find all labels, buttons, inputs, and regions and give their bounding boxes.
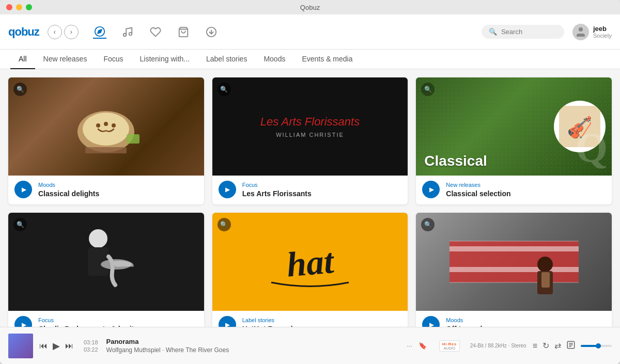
volume-control[interactable]: [581, 345, 612, 347]
card-grid: 🔍 ▶: [8, 77, 612, 327]
repeat-button[interactable]: ↻: [542, 341, 549, 351]
zoom-icon: 🔍: [218, 83, 231, 96]
tab-focus[interactable]: Focus: [95, 50, 131, 69]
svg-point-26: [537, 257, 553, 272]
svg-marker-1: [98, 29, 102, 34]
minimize-button[interactable]: [16, 4, 22, 10]
tab-new-releases[interactable]: New releases: [35, 50, 96, 69]
tab-moods[interactable]: Moods: [255, 50, 293, 69]
quality-detail: 24-Bit / 88.2kHz · Stereo: [470, 343, 526, 349]
card-info: ▶ Moods Classical delights: [8, 176, 204, 204]
shuffle-button[interactable]: ⇄: [554, 341, 561, 351]
card-category: Label stories: [242, 317, 402, 323]
svg-point-11: [104, 122, 108, 126]
user-name: jeeb: [593, 25, 612, 33]
zoom-icon: 🔍: [218, 218, 231, 231]
play-button-off-to-work[interactable]: ▶: [422, 316, 440, 327]
card-category: Focus: [242, 182, 402, 188]
card-image-jazz: 🔍: [8, 213, 204, 311]
volume-track: [581, 345, 612, 347]
card-info: ▶ Label stories HatHut Records: [212, 311, 408, 327]
svg-rect-13: [127, 134, 140, 144]
play-button-charlie-parker[interactable]: ▶: [14, 316, 32, 327]
avatar: [572, 24, 589, 40]
card-image-hathut: 🔍 hat: [212, 213, 408, 311]
zoom-icon: 🔍: [13, 218, 27, 231]
nav-explore[interactable]: [93, 25, 106, 39]
card-off-to-work: 🔍: [416, 213, 612, 327]
title-bar: Qobuz: [0, 0, 620, 14]
nav-downloads[interactable]: [205, 25, 218, 39]
add-to-collection-button[interactable]: 🔖: [416, 340, 429, 352]
play-button-classical-delights[interactable]: ▶: [14, 181, 32, 198]
svg-point-3: [129, 32, 132, 35]
player-times: 03:18 03:22: [84, 339, 98, 353]
svg-rect-14: [85, 147, 127, 153]
svg-point-2: [123, 33, 127, 36]
tab-events-media[interactable]: Events & media: [293, 50, 361, 69]
queue-button[interactable]: ≡: [533, 341, 537, 351]
card-charlie-parker: 🔍 ▶ Focus: [8, 213, 204, 327]
search-icon: 🔍: [489, 28, 497, 36]
nav-favorites[interactable]: [149, 25, 162, 39]
card-image-coffee: 🔍: [8, 77, 204, 176]
svg-rect-23: [450, 267, 579, 272]
tab-listening-with[interactable]: Listening with...: [132, 50, 198, 69]
main-nav: [93, 25, 218, 39]
card-image-metro: 🔍: [416, 213, 612, 311]
close-button[interactable]: [6, 4, 12, 10]
player-right-controls: ≡ ↻ ⇄: [533, 340, 612, 352]
play-button-les-arts[interactable]: ▶: [219, 181, 236, 198]
card-image-classical: 🔍 🎻 Q Classical: [416, 77, 612, 176]
card-info: ▶ Moods Off to work: [416, 311, 612, 327]
tab-all[interactable]: All: [10, 50, 35, 69]
player-track-info: Panorama Wolfgang Muthspiel · Where The …: [106, 338, 394, 354]
play-button-classical-selection[interactable]: ▶: [422, 181, 440, 198]
window-controls: [6, 4, 32, 10]
card-title: Les Arts Florissants: [242, 189, 402, 198]
nav-music[interactable]: [121, 25, 134, 39]
card-category: Focus: [38, 317, 198, 323]
app-logo: qobuz: [8, 25, 39, 39]
nav-arrows: ‹ ›: [48, 25, 79, 39]
svg-text:hat: hat: [285, 241, 336, 284]
back-button[interactable]: ‹: [48, 25, 62, 39]
user-menu[interactable]: jeeb Society: [572, 24, 612, 40]
card-image-arts: 🔍 Les Arts Florissants WILLIAM CHRISTIE: [212, 77, 408, 176]
card-info: ▶ Focus Charlie Parker, roots & heritage: [8, 311, 204, 327]
tab-label-stories[interactable]: Label stories: [198, 50, 255, 69]
search-box[interactable]: 🔍: [482, 25, 564, 39]
lyrics-button[interactable]: [566, 340, 576, 352]
user-subscription: Society: [593, 33, 612, 39]
window-title: Qobuz: [300, 4, 320, 11]
svg-point-9: [83, 113, 129, 146]
fast-forward-button[interactable]: ⏭: [65, 341, 73, 351]
play-pause-button[interactable]: ▶: [53, 340, 60, 352]
card-category: New releases: [446, 182, 606, 188]
tab-bar: All New releases Focus Listening with...…: [0, 50, 620, 69]
artist-album: Wolfgang Muthspiel · Where The River Goe…: [106, 346, 394, 354]
maximize-button[interactable]: [26, 4, 32, 10]
zoom-icon: 🔍: [13, 83, 27, 96]
search-input[interactable]: [501, 28, 553, 36]
card-info: ▶ Focus Les Arts Florissants: [212, 176, 408, 204]
rewind-button[interactable]: ⏮: [39, 341, 48, 351]
card-classical-delights: 🔍 ▶: [8, 77, 204, 204]
card-title: Classical delights: [38, 189, 198, 198]
track-name: Panorama: [106, 338, 394, 345]
nav-store[interactable]: [177, 25, 190, 39]
svg-point-17: [89, 229, 107, 248]
svg-rect-22: [450, 246, 579, 251]
top-bar: qobuz ‹ ›: [0, 14, 620, 50]
time-total: 03:22: [84, 346, 98, 353]
play-button-hathut[interactable]: ▶: [219, 316, 236, 327]
forward-button[interactable]: ›: [64, 25, 79, 39]
svg-rect-28: [541, 272, 550, 288]
hires-badge: Hi·Res AUDIO: [439, 340, 460, 352]
card-classical-selection: 🔍 🎻 Q Classical: [416, 77, 612, 204]
card-les-arts: 🔍 Les Arts Florissants WILLIAM CHRISTIE …: [212, 77, 408, 204]
card-title: Classical selection: [446, 189, 606, 198]
card-category: Moods: [446, 317, 606, 323]
time-elapsed: 03:18: [84, 339, 98, 345]
more-options-button[interactable]: ···: [405, 340, 414, 352]
